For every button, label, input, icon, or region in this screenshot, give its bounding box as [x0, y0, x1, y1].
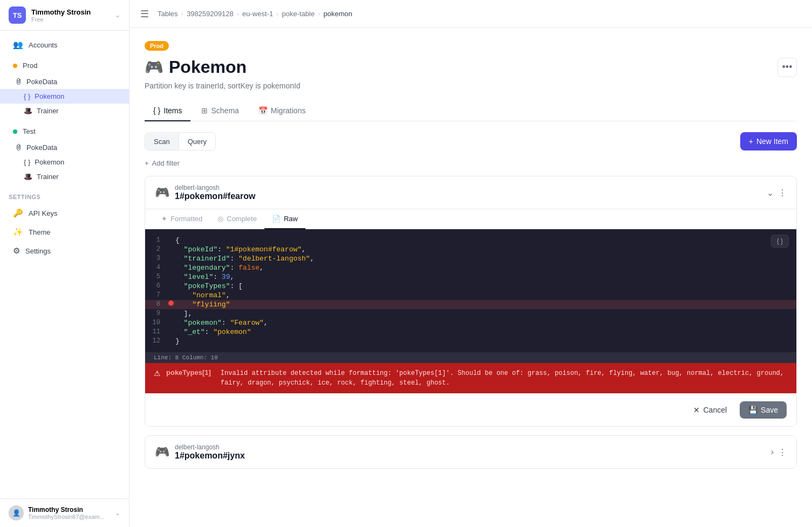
- topbar: ☰ Tables › 398259209128 › eu-west-1 › po…: [129, 0, 812, 28]
- table-icon-pokemon-test: { }: [24, 158, 30, 166]
- breadcrumb-table[interactable]: poke-table: [282, 10, 315, 18]
- code-line-2: 2 "pokeId": "1#pokemon#fearow",: [145, 245, 796, 254]
- nav-group-test: Test 🛢 PokeData { } Pokemon 🎩 Trainer: [0, 120, 129, 186]
- item-2-id: 1#pokemon#jynx: [175, 451, 245, 461]
- item-2-header[interactable]: 🎮 delbert-langosh 1#pokemon#jynx › ⋮: [145, 436, 796, 468]
- migrations-tab-icon: 📅: [258, 106, 268, 115]
- code-line-11: 11 "_et": "pokemon": [145, 327, 796, 337]
- item-2-avatar: 🎮: [155, 445, 169, 459]
- page-title-row: 🎮 Pokemon •••: [145, 57, 797, 77]
- table-icon-pokemon-prod: { }: [24, 92, 30, 100]
- footer-email: TimmothyStrosin87@exam...: [28, 514, 105, 520]
- page-title-icon: 🎮: [145, 58, 163, 76]
- sidebar-nav: 👥 Accounts Prod 🛢 PokeData { } Pokemon 🎩…: [0, 31, 129, 498]
- breadcrumb: Tables › 398259209128 › eu-west-1 › poke…: [158, 10, 352, 18]
- scan-button[interactable]: Scan: [145, 133, 179, 150]
- save-button[interactable]: 💾 Save: [740, 401, 787, 419]
- format-toggle[interactable]: { }: [771, 235, 789, 248]
- sidebar-item-pokedata-prod[interactable]: 🛢 PokeData: [0, 74, 129, 89]
- database-icon-prod: 🛢: [15, 78, 22, 86]
- footer-username: Timmothy Strosin: [28, 506, 105, 514]
- code-line-8: 8 "flyiing": [145, 300, 796, 309]
- sidebar-item-accounts[interactable]: 👥 Accounts: [4, 36, 125, 54]
- chevron-down-icon[interactable]: ⌄: [115, 11, 120, 19]
- cancel-button[interactable]: ✕ Cancel: [686, 401, 734, 419]
- table-icon-trainer-prod: 🎩: [24, 107, 32, 115]
- breadcrumb-current: pokemon: [324, 10, 352, 18]
- user-info: TS Timmothy Strosin Free: [9, 6, 91, 24]
- sidebar-item-test[interactable]: Test: [4, 123, 125, 140]
- format-toggle-icon: { }: [777, 237, 783, 245]
- item-2-trainer: delbert-langosh: [175, 443, 245, 451]
- table-tabs: { } Items ⊞ Schema 📅 Migrations: [145, 101, 797, 121]
- item-2-menu-button[interactable]: ⋮: [778, 447, 787, 457]
- x-icon: ✕: [693, 406, 700, 414]
- sidebar-item-pokemon-test[interactable]: { } Pokemon: [0, 155, 129, 169]
- toolbar: Scan Query + New Item: [145, 132, 797, 150]
- prod-dot-icon: [13, 64, 17, 68]
- item-1-menu-button[interactable]: ⋮: [778, 188, 787, 198]
- item-1-header[interactable]: 🎮 delbert-langosh 1#pokemon#fearow ⌄ ⋮: [145, 176, 796, 209]
- item-1-id: 1#pokemon#fearow: [175, 191, 255, 201]
- sidebar-item-trainer-test[interactable]: 🎩 Trainer: [0, 169, 129, 184]
- key-icon: 🔑: [13, 208, 23, 218]
- error-banner: ⚠ pokeTypes[1] Invalid attribute detecte…: [145, 363, 796, 393]
- editor-tabs: ✦ Formatted ◎ Complete 📄 Raw: [145, 209, 796, 229]
- footer-user: 👤 Timmothy Strosin TimmothyStrosin87@exa…: [9, 505, 105, 521]
- tab-migrations[interactable]: 📅 Migrations: [250, 101, 315, 121]
- code-editor[interactable]: 1 { 2 "pokeId": "1#pokemon#fearow", 3: [145, 229, 796, 352]
- query-button[interactable]: Query: [179, 133, 215, 150]
- item-1-avatar: 🎮: [155, 186, 169, 200]
- code-line-5: 5 "level": 39,: [145, 272, 796, 282]
- plus-icon: +: [749, 137, 753, 146]
- editor-tab-raw[interactable]: 📄 Raw: [264, 209, 305, 229]
- footer-chevron-icon[interactable]: ⌄: [115, 509, 120, 517]
- item-1-editor: ✦ Formatted ◎ Complete 📄 Raw 1: [145, 209, 796, 426]
- item-2-expand-button[interactable]: ›: [771, 447, 774, 457]
- page-subtitle: Partition key is trainerId, sortKey is p…: [145, 81, 797, 90]
- error-message: Invalid attribute detected while formatt…: [221, 368, 788, 388]
- add-filter[interactable]: + Add filter: [145, 159, 797, 167]
- sidebar-item-pokedata-test[interactable]: 🛢 PokeData: [0, 140, 129, 155]
- table-icon-trainer-test: 🎩: [24, 173, 32, 181]
- new-item-button[interactable]: + New Item: [740, 132, 797, 150]
- editor-tab-complete[interactable]: ◎ Complete: [210, 209, 264, 229]
- page-content: Prod 🎮 Pokemon ••• Partition key is trai…: [129, 28, 812, 527]
- user-name: Timmothy Strosin: [31, 8, 91, 16]
- code-line-3: 3 "trainerId": "delbert-langosh",: [145, 254, 796, 263]
- sidebar-item-settings[interactable]: ⚙ Settings: [4, 242, 125, 260]
- sidebar: TS Timmothy Strosin Free ⌄ 👥 Accounts Pr…: [0, 0, 129, 527]
- code-line-12: 12 }: [145, 337, 796, 346]
- prod-badge: Prod: [145, 41, 169, 51]
- tab-items[interactable]: { } Items: [145, 101, 190, 121]
- code-line-9: 9 ],: [145, 309, 796, 318]
- item-1-expand-button[interactable]: ⌄: [767, 188, 774, 198]
- complete-icon: ◎: [217, 215, 223, 223]
- sidebar-item-api-keys[interactable]: 🔑 API Keys: [4, 204, 125, 222]
- breadcrumb-account[interactable]: 398259209128: [187, 10, 234, 18]
- raw-icon: 📄: [272, 215, 281, 223]
- accounts-icon: 👥: [13, 40, 23, 50]
- breadcrumb-region[interactable]: eu-west-1: [242, 10, 273, 18]
- sidebar-footer: 👤 Timmothy Strosin TimmothyStrosin87@exa…: [0, 498, 129, 527]
- breadcrumb-tables[interactable]: Tables: [158, 10, 178, 18]
- tab-schema[interactable]: ⊞ Schema: [193, 101, 247, 121]
- user-plan: Free: [31, 16, 91, 23]
- formatted-icon: ✦: [161, 215, 167, 223]
- code-line-7: 7 "normal",: [145, 291, 796, 300]
- sidebar-header: TS Timmothy Strosin Free ⌄: [0, 0, 129, 31]
- sidebar-item-pokemon-prod[interactable]: { } Pokemon: [0, 89, 129, 104]
- item-card-1: 🎮 delbert-langosh 1#pokemon#fearow ⌄ ⋮ ✦: [145, 176, 797, 427]
- more-options-button[interactable]: •••: [777, 58, 797, 77]
- sidebar-item-prod[interactable]: Prod: [4, 57, 125, 74]
- items-tab-icon: { }: [153, 106, 160, 115]
- editor-tab-formatted[interactable]: ✦ Formatted: [154, 209, 210, 229]
- database-icon-test: 🛢: [15, 143, 22, 152]
- test-dot-icon: [13, 129, 17, 134]
- sidebar-item-theme[interactable]: ✨ Theme: [4, 223, 125, 241]
- menu-icon[interactable]: ☰: [140, 8, 149, 20]
- item-1-trainer: delbert-langosh: [175, 184, 255, 191]
- error-key: pokeTypes[1]: [166, 368, 211, 377]
- settings-section: Settings 🔑 API Keys ✨ Theme ⚙ Settings: [0, 186, 129, 263]
- sidebar-item-trainer-prod[interactable]: 🎩 Trainer: [0, 104, 129, 118]
